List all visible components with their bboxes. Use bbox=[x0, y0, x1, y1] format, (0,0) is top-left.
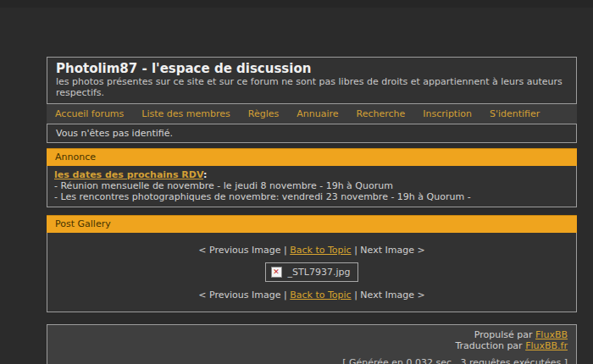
image-filename: _STL7937.jpg bbox=[288, 267, 351, 278]
nav-separator: | bbox=[354, 245, 357, 256]
back-to-topic-link[interactable]: Back to Topic bbox=[290, 245, 351, 256]
announcement-section: Annonce les dates des prochains RDV: - R… bbox=[47, 148, 577, 207]
nav-item-annuaire[interactable]: Annuaire bbox=[296, 108, 338, 119]
page-title: Photolim87 - l'espace de discussion bbox=[56, 61, 568, 76]
nav-item-sidentifier[interactable]: S'identifier bbox=[490, 108, 540, 119]
next-image-label: Next Image > bbox=[360, 245, 424, 256]
post-gallery-section: Post Gallery < Previous Image | Back to … bbox=[47, 215, 577, 312]
login-status-bar: Vous n'êtes pas identifié. bbox=[47, 124, 577, 143]
previous-image-label: < Previous Image bbox=[198, 290, 280, 301]
nav-item-liste-des-membres[interactable]: Liste des membres bbox=[141, 108, 230, 119]
post-gallery-header: Post Gallery bbox=[47, 215, 577, 233]
main-navbar: Accueil forums Liste des membres Règles … bbox=[47, 104, 577, 124]
translation-fluxbb-link[interactable]: FluxBB.fr bbox=[525, 340, 568, 351]
powered-by-label: Propulsé par bbox=[474, 329, 533, 340]
generation-stats: [ Générée en 0.032 sec., 3 requêtes exéc… bbox=[56, 357, 568, 364]
announcement-body: les dates des prochains RDV: - Réunion m… bbox=[47, 166, 577, 207]
announcement-line: - Réunion mensuelle de novembre - le jeu… bbox=[54, 180, 569, 191]
translation-label: Traduction par bbox=[455, 340, 522, 351]
back-to-topic-link[interactable]: Back to Topic bbox=[290, 290, 351, 301]
nav-item-inscription[interactable]: Inscription bbox=[423, 108, 472, 119]
broken-image-icon: ✕ bbox=[271, 267, 282, 278]
nav-separator: | bbox=[284, 245, 287, 256]
login-status-text: Vous n'êtes pas identifié. bbox=[56, 128, 173, 139]
announcement-header: Annonce bbox=[47, 148, 577, 166]
nav-item-regles[interactable]: Règles bbox=[248, 108, 279, 119]
gallery-nav-bottom: < Previous Image | Back to Topic | Next … bbox=[56, 290, 568, 301]
nav-separator: | bbox=[354, 290, 357, 301]
powered-by-fluxbb-link[interactable]: FluxBB bbox=[535, 329, 568, 340]
page-subtitle: les photos présentes sur ce site et sur … bbox=[56, 76, 568, 98]
announcement-line: - Les rencontres photographiques de nove… bbox=[54, 191, 569, 202]
powered-by-line: Propulsé par FluxBB bbox=[56, 329, 568, 340]
announcement-rdv-line: les dates des prochains RDV: bbox=[54, 169, 569, 180]
post-gallery-body: < Previous Image | Back to Topic | Next … bbox=[47, 233, 577, 312]
nav-separator: | bbox=[284, 290, 287, 301]
nav-item-accueil-forums[interactable]: Accueil forums bbox=[55, 108, 124, 119]
page-footer: Propulsé par FluxBB Traduction par FluxB… bbox=[47, 324, 577, 364]
gallery-nav-top: < Previous Image | Back to Topic | Next … bbox=[56, 245, 568, 256]
forum-page: Photolim87 - l'espace de discussion les … bbox=[47, 57, 577, 364]
broken-image-box: ✕ _STL7937.jpg bbox=[265, 262, 359, 282]
announcement-rdv-link[interactable]: les dates des prochains RDV bbox=[54, 169, 203, 180]
nav-item-recherche[interactable]: Recherche bbox=[357, 108, 406, 119]
announcement-rdv-colon: : bbox=[203, 169, 207, 180]
previous-image-label: < Previous Image bbox=[198, 245, 280, 256]
next-image-label: Next Image > bbox=[360, 290, 424, 301]
forum-header-panel: Photolim87 - l'espace de discussion les … bbox=[47, 57, 577, 104]
translation-line: Traduction par FluxBB.fr bbox=[56, 340, 568, 351]
